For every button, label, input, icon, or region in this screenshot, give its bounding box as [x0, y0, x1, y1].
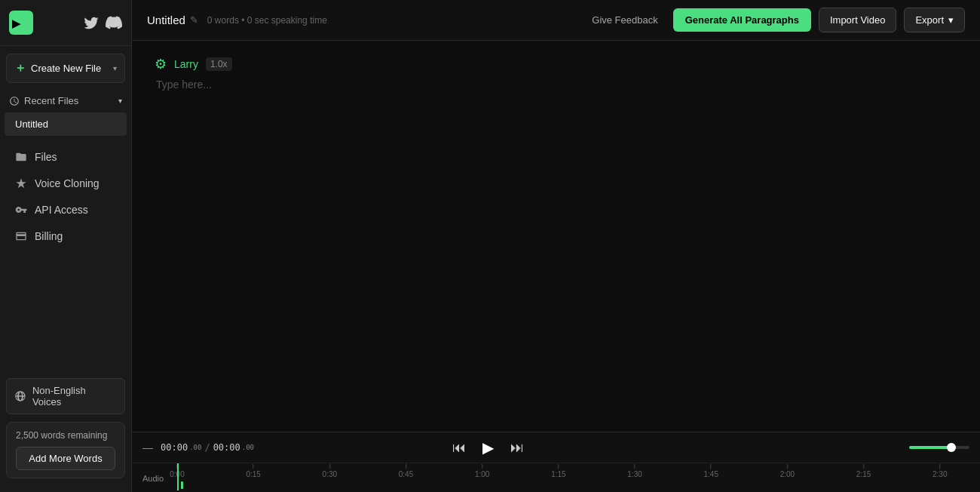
speed-badge[interactable]: 1.0x — [206, 57, 232, 71]
timeline-track-row: Audio 0:00 0:15 0:30 0:45 1:00 1:15 1:30… — [132, 463, 980, 490]
volume-area — [909, 446, 969, 449]
globe-icon — [14, 390, 26, 402]
transport-controls: ⏮ ▶ ⏭ — [448, 437, 528, 458]
speaker-line: ⚙ Larry 1.0x — [155, 56, 957, 72]
ruler-mark-6: 1:30 — [627, 464, 642, 478]
generate-all-paragraphs-button[interactable]: Generate All Paragraphs — [673, 8, 811, 32]
clock-icon — [9, 96, 20, 106]
card-icon — [15, 230, 27, 242]
ruler-mark-5: 1:15 — [551, 464, 565, 478]
chevron-down-icon: ▾ — [948, 14, 954, 26]
sidebar-top: ▶ — [0, 0, 131, 46]
social-icons — [83, 14, 122, 31]
words-remaining-box: 2,500 words remaining Add More Words — [6, 422, 125, 478]
plus-icon: ＋ — [14, 60, 26, 76]
create-new-file-button[interactable]: ＋ Create New File ▾ — [6, 54, 125, 83]
volume-thumb — [947, 443, 956, 452]
time-display: 00:00.00 / 00:00.00 — [161, 442, 254, 453]
export-button[interactable]: Export ▾ — [904, 8, 965, 32]
ruler-mark-3: 0:45 — [399, 464, 413, 478]
recent-files-label: Recent Files — [24, 95, 78, 106]
sidebar: ▶ ＋ Create New File ▾ Recent Files ▾ Unt… — [0, 0, 132, 492]
ruler-mark-2: 0:30 — [323, 464, 337, 478]
add-more-words-button[interactable]: Add More Words — [16, 447, 115, 470]
api-access-nav-label: API Access — [35, 204, 88, 216]
file-title: Untitled — [147, 14, 185, 26]
sidebar-item-billing[interactable]: Billing — [5, 223, 127, 249]
words-remaining-text: 2,500 words remaining — [16, 430, 115, 441]
topbar: Untitled ✎ 0 words • 0 sec speaking time… — [132, 0, 980, 41]
type-here-placeholder[interactable]: Type here... — [155, 78, 957, 91]
sidebar-item-files[interactable]: Files — [5, 144, 127, 170]
main-content: Untitled ✎ 0 words • 0 sec speaking time… — [132, 0, 980, 492]
sidebar-item-voice-cloning[interactable]: Voice Cloning — [5, 171, 127, 196]
twitter-icon[interactable] — [83, 14, 100, 31]
timeline-dash: — — [142, 441, 153, 454]
timeline-controls: — 00:00.00 / 00:00.00 ⏮ ▶ ⏭ — [132, 432, 980, 463]
recent-file-item[interactable]: Untitled — [5, 112, 127, 136]
current-time: 00:00 — [161, 442, 188, 453]
key-icon — [15, 204, 27, 216]
chevron-down-icon: ▾ — [113, 64, 117, 72]
chevron-down-icon: ▾ — [118, 97, 122, 105]
speaker-name[interactable]: Larry — [174, 58, 198, 70]
edit-icon[interactable]: ✎ — [190, 14, 198, 26]
playht-logo: ▶ — [9, 11, 33, 35]
total-time: 00:00 — [213, 442, 240, 453]
skip-forward-button[interactable]: ⏭ — [506, 438, 528, 457]
discord-icon[interactable] — [106, 14, 122, 31]
playhead — [177, 463, 179, 490]
nav-items: Files Voice Cloning API Access Billing — [0, 143, 131, 250]
audio-segment — [181, 481, 183, 489]
volume-fill — [909, 446, 951, 449]
stars-icon — [15, 177, 27, 189]
billing-nav-label: Billing — [35, 230, 63, 242]
timeline-ruler[interactable]: 0:00 0:15 0:30 0:45 1:00 1:15 1:30 1:45 … — [177, 463, 980, 490]
editor-area[interactable]: ⚙ Larry 1.0x Type here... — [132, 41, 980, 432]
give-feedback-button[interactable]: Give Feedback — [584, 10, 665, 30]
ruler-mark-8: 2:00 — [780, 464, 795, 478]
volume-bar[interactable] — [909, 446, 969, 449]
topbar-actions: Give Feedback Generate All Paragraphs Im… — [584, 8, 965, 32]
sidebar-bottom: Non-English Voices 2,500 words remaining… — [0, 371, 131, 492]
play-button[interactable]: ▶ — [478, 437, 498, 458]
import-video-button[interactable]: Import Video — [819, 8, 896, 32]
current-time-sub: .00 — [189, 444, 201, 451]
file-meta: 0 words • 0 sec speaking time — [207, 15, 327, 26]
sidebar-item-api-access[interactable]: API Access — [5, 197, 127, 223]
folder-icon — [15, 151, 27, 163]
file-item-name: Untitled — [15, 118, 48, 130]
non-english-voices-button[interactable]: Non-English Voices — [6, 378, 125, 414]
non-english-label: Non-English Voices — [32, 385, 117, 407]
file-title-area: Untitled ✎ — [147, 14, 198, 26]
create-button-label: Create New File — [31, 63, 101, 74]
svg-text:▶: ▶ — [12, 17, 21, 29]
skip-back-button[interactable]: ⏮ — [448, 438, 470, 457]
ruler-mark-1: 0:15 — [246, 464, 260, 478]
recent-files-section[interactable]: Recent Files ▾ — [0, 91, 131, 111]
voice-cloning-nav-label: Voice Cloning — [35, 177, 100, 189]
total-time-sub: .00 — [242, 444, 254, 451]
timeline-footer: — 00:00.00 / 00:00.00 ⏮ ▶ ⏭ — [132, 432, 980, 492]
speaker-icon: ⚙ — [155, 56, 167, 72]
ruler-mark-10: 2:30 — [933, 464, 947, 478]
ruler-mark-9: 2:15 — [856, 464, 871, 478]
ruler-mark-7: 1:45 — [703, 464, 718, 478]
ruler-mark-4: 1:00 — [475, 464, 489, 478]
files-nav-label: Files — [35, 151, 57, 163]
export-label: Export — [915, 14, 944, 26]
